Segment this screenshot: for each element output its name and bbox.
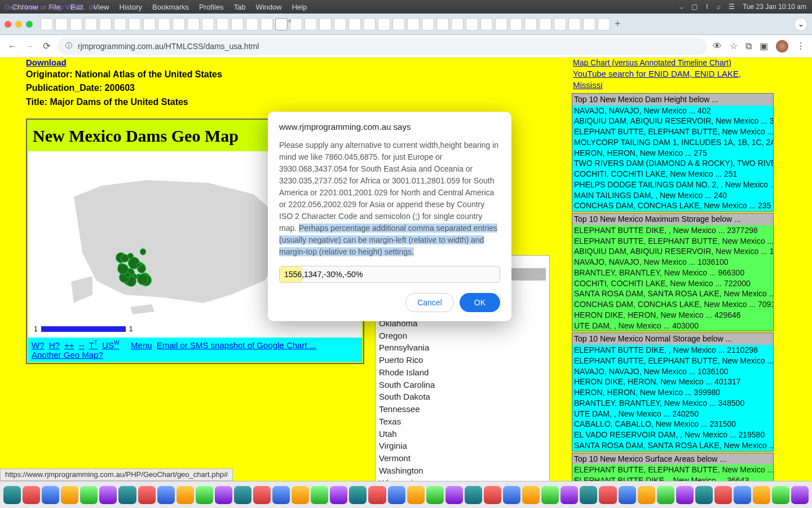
section-row[interactable]: ELEPHANT BUTTE DIKE, , New Mexico ... 21… (572, 345, 773, 356)
right-link-2[interactable]: YouTube search for ENID DAM, ENID LAKE, … (573, 69, 741, 90)
state-item[interactable]: Vermont (379, 452, 546, 465)
tab-r11[interactable] (451, 18, 464, 30)
dock-app-31[interactable] (599, 486, 616, 504)
section-row[interactable]: ELEPHANT BUTTE DIKE, , New Mexico ... 36… (572, 475, 773, 481)
tab-r3[interactable] (334, 18, 346, 30)
bookmark-icon[interactable]: ☆ (730, 41, 738, 51)
menu-history[interactable]: History (120, 3, 142, 11)
section-row[interactable]: ELEPHANT BUTTE, ELEPHANT BUTTE, New Mexi… (572, 465, 773, 475)
dock-app-20[interactable] (388, 486, 405, 504)
dock-app-8[interactable] (157, 486, 175, 504)
section-row[interactable]: NAVAJO, NAVAJO, New Mexico ... 402 (572, 106, 773, 116)
tab-r21[interactable] (598, 18, 610, 30)
battery-icon[interactable]: ▢ (691, 3, 698, 11)
dock-app-2[interactable] (42, 486, 59, 504)
section-row[interactable]: CONCHAS DAM, CONCHAS LAKE, New Mexico ..… (572, 299, 773, 310)
tab-14[interactable] (246, 18, 258, 30)
tab-6[interactable] (129, 18, 141, 30)
dock-app-36[interactable] (695, 486, 713, 504)
dock-app-19[interactable] (368, 486, 386, 504)
menu-profiles[interactable]: Profiles (199, 3, 223, 11)
dock-app-32[interactable] (619, 486, 636, 504)
dock-app-14[interactable] (272, 486, 290, 504)
dock-app-1[interactable] (23, 486, 40, 504)
panel-icon[interactable]: ▣ (760, 41, 768, 51)
tab-r17[interactable] (539, 18, 551, 30)
tab-8[interactable] (158, 18, 170, 30)
tab-r1[interactable] (304, 18, 317, 30)
profile-avatar[interactable] (776, 40, 788, 52)
reload-button[interactable]: ⟳ (41, 41, 52, 51)
section-row[interactable]: HERON DIKE, HERON, New Mexico ... 429646 (572, 310, 773, 321)
address-bar[interactable]: ⓘ rjmprogramming.com.au/HTMLCSS/dams_usa… (58, 38, 707, 55)
dock-app-12[interactable] (234, 486, 251, 504)
section-row[interactable]: MOLYCORP TAILING DAM 1, INCLUDES 1A, 1B,… (572, 137, 773, 148)
back-button[interactable]: ← (7, 41, 18, 51)
dock-app-11[interactable] (215, 486, 232, 504)
tab-r10[interactable] (436, 18, 449, 30)
dock-app-4[interactable] (80, 486, 98, 504)
section-row[interactable]: ELEPHANT BUTTE, ELEPHANT BUTTE, New Mexi… (572, 126, 773, 137)
section-row[interactable]: TWO RIVERS DAM (DIAMOND A & ROCKY), TWO … (572, 158, 773, 169)
site-info-icon[interactable]: ⓘ (65, 41, 72, 51)
state-item[interactable]: Washington (379, 465, 546, 477)
state-item[interactable]: Oregon (379, 330, 546, 342)
dock-app-34[interactable] (657, 486, 674, 504)
section-row[interactable]: ELEPHANT BUTTE, ELEPHANT BUTTE, New Mexi… (572, 236, 773, 247)
search-icon[interactable]: ⌕ (717, 3, 721, 11)
section-row[interactable]: SANTA ROSA DAM, SANTA ROSA LAKE, New Mex… (572, 440, 773, 451)
tab-2[interactable] (70, 18, 82, 30)
tab-5[interactable] (114, 18, 126, 30)
tab-10[interactable] (187, 18, 200, 30)
tool-t[interactable]: TT (89, 340, 98, 350)
dock-app-5[interactable] (99, 486, 117, 504)
state-item[interactable]: Virginia (379, 440, 546, 452)
section-row[interactable]: CONCHAS DAM, CONCHAS LAKE, New Mexico ..… (572, 200, 773, 211)
state-item[interactable]: Utah (379, 428, 546, 440)
section-row[interactable]: CABALLO, CABALLO, New Mexico ... 231500 (572, 419, 773, 430)
dock-app-13[interactable] (253, 486, 271, 504)
dock-app-23[interactable] (445, 486, 463, 504)
tool-plus[interactable]: ++ (64, 340, 74, 350)
tab-r6[interactable] (378, 18, 390, 30)
dock-app-18[interactable] (349, 486, 367, 504)
control-center-icon[interactable]: ☰ (729, 3, 735, 11)
tool-minus[interactable]: -- (79, 340, 85, 350)
wifi-icon[interactable]: ⌇ (705, 3, 709, 11)
section-row[interactable]: BRANTLEY, BRANTLEY, New Mexico ... 96630… (572, 268, 773, 278)
section-row[interactable]: UTE DAM, , New Mexico ... 403000 (572, 321, 773, 331)
cancel-button[interactable]: Cancel (405, 293, 454, 312)
dock-app-37[interactable] (714, 486, 732, 504)
dock-app-40[interactable] (772, 486, 789, 504)
section-row[interactable]: PHELPS DODGE TAILINGS DAM NO. 2, , New M… (572, 179, 773, 190)
dock-app-33[interactable] (638, 486, 655, 504)
dock-app-26[interactable] (503, 486, 520, 504)
section-row[interactable]: HERON, HERON, New Mexico ... 399980 (572, 387, 773, 398)
tab-9[interactable] (173, 18, 185, 30)
dock-app-35[interactable] (676, 486, 694, 504)
tab-r14[interactable] (495, 18, 508, 30)
state-item[interactable]: Pennsylvania (379, 341, 546, 354)
tab-active[interactable] (275, 18, 288, 30)
tab-overflow[interactable]: ⌄ (794, 17, 807, 31)
section-row[interactable]: COCHITI, COCHITI LAKE, New Mexico ... 25… (572, 169, 773, 179)
tab-1[interactable] (55, 18, 68, 30)
tab-r8[interactable] (407, 18, 420, 30)
tab-r5[interactable] (363, 18, 376, 30)
section-row[interactable]: HERON, HERON, New Mexico ... 275 (572, 148, 773, 159)
section-row[interactable]: MAIN TAILINGS DAM, , New Mexico ... 240 (572, 190, 773, 201)
state-item[interactable]: Texas (379, 415, 546, 428)
section-row[interactable]: EL VADO RESERVOIR DAM, , New Mexico ... … (572, 430, 773, 440)
kebab-menu-icon[interactable]: ⋮ (796, 41, 805, 51)
right-link-1[interactable]: Map Chart (versus Annotated Timeline Cha… (573, 58, 773, 68)
tab-r7[interactable] (392, 18, 405, 30)
dock-app-22[interactable] (426, 486, 444, 504)
tab-r15[interactable] (510, 18, 522, 30)
state-item[interactable]: Wisconsin (379, 477, 546, 481)
tab-r20[interactable] (583, 18, 595, 30)
tool-menu[interactable]: Menu (131, 340, 152, 350)
tab-4[interactable] (99, 18, 112, 30)
new-tab-button[interactable]: + (615, 18, 621, 30)
tool-email[interactable]: Email or SMS snapshot of Google Chart ..… (157, 340, 316, 350)
state-item[interactable]: Puerto Rico (379, 354, 546, 366)
